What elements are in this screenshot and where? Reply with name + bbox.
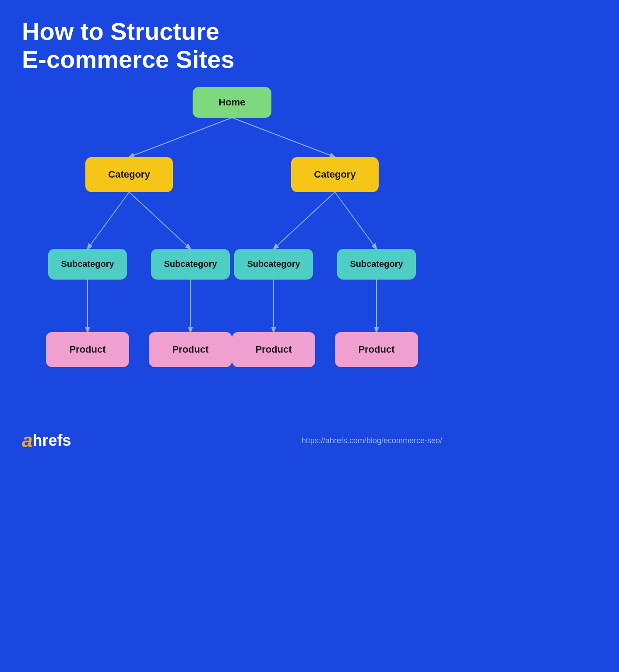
- node-product-2: Product: [149, 332, 232, 367]
- svg-line-5: [335, 192, 376, 249]
- logo-text: hrefs: [32, 431, 71, 450]
- svg-line-1: [232, 118, 335, 157]
- node-product-4: Product: [335, 332, 418, 367]
- page-title: How to Structure E-commerce Sites: [22, 18, 442, 74]
- node-home: Home: [193, 87, 271, 118]
- node-subcategory-1: Subcategory: [48, 249, 127, 280]
- diagram: Home Category Category Subcategory Subca…: [22, 87, 442, 415]
- node-product-1: Product: [46, 332, 129, 367]
- page-container: How to Structure E-commerce Sites: [0, 0, 464, 464]
- svg-line-2: [88, 192, 129, 249]
- logo-a: a: [22, 430, 32, 452]
- svg-line-3: [129, 192, 190, 249]
- node-product-3: Product: [232, 332, 315, 367]
- node-category-right: Category: [291, 157, 379, 192]
- node-subcategory-2: Subcategory: [151, 249, 230, 280]
- svg-line-4: [274, 192, 335, 249]
- ahrefs-logo: a hrefs: [22, 430, 71, 452]
- svg-line-0: [129, 118, 232, 157]
- node-category-left: Category: [85, 157, 173, 192]
- footer-url: https://ahrefs.com/blog/ecommerce-seo/: [302, 436, 442, 445]
- node-subcategory-4: Subcategory: [337, 249, 416, 280]
- footer: a hrefs https://ahrefs.com/blog/ecommerc…: [22, 430, 442, 452]
- node-subcategory-3: Subcategory: [234, 249, 313, 280]
